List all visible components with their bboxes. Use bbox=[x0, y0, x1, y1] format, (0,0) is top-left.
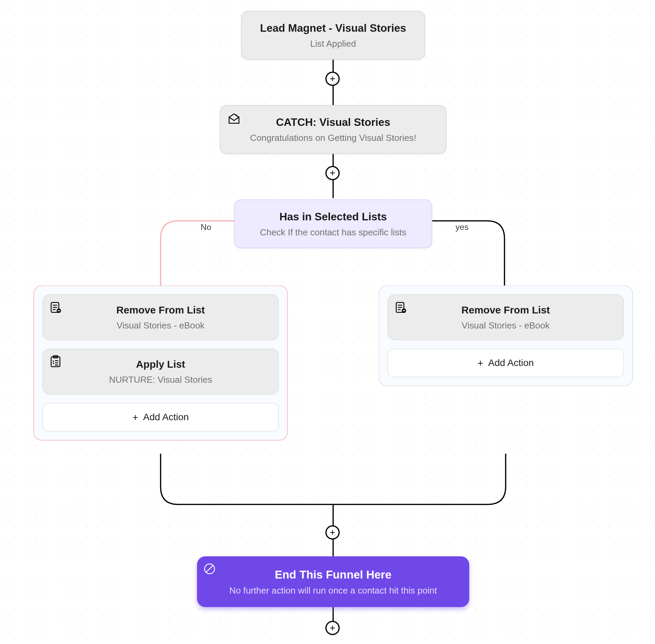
no-branch-container: Remove From List Visual Stories - eBook … bbox=[33, 286, 288, 441]
checklist-icon bbox=[49, 355, 62, 368]
list-remove-icon bbox=[394, 301, 407, 314]
action-subtitle: Visual Stories - eBook bbox=[55, 320, 266, 330]
add-step-button[interactable]: + bbox=[325, 525, 340, 540]
action-subtitle: Visual Stories - eBook bbox=[400, 320, 612, 330]
branch-label-no: No bbox=[201, 222, 211, 232]
action-title: Remove From List bbox=[400, 305, 612, 317]
yes-branch-container: Remove From List Visual Stories - eBook … bbox=[379, 286, 633, 386]
action-subtitle: NURTURE: Visual Stories bbox=[55, 374, 266, 384]
add-action-button[interactable]: + Add Action bbox=[388, 349, 624, 377]
trigger-node[interactable]: Lead Magnet - Visual Stories List Applie… bbox=[241, 11, 425, 60]
email-node[interactable]: CATCH: Visual Stories Congratulations on… bbox=[220, 105, 447, 154]
add-action-label: Add Action bbox=[143, 412, 189, 423]
action-title: Remove From List bbox=[55, 305, 266, 317]
node-subtitle: List Applied bbox=[259, 38, 408, 48]
action-card-apply-list[interactable]: Apply List NURTURE: Visual Stories bbox=[42, 349, 279, 395]
add-action-label: Add Action bbox=[488, 357, 534, 368]
node-subtitle: Check If the contact has specific lists bbox=[251, 227, 415, 237]
envelope-edit-icon bbox=[228, 113, 241, 126]
condition-node[interactable]: Has in Selected Lists Check If the conta… bbox=[234, 200, 432, 249]
add-step-button[interactable]: + bbox=[325, 72, 340, 86]
node-subtitle: Congratulations on Getting Visual Storie… bbox=[237, 133, 430, 143]
add-step-button[interactable]: + bbox=[325, 621, 340, 635]
node-title: CATCH: Visual Stories bbox=[237, 116, 430, 129]
list-remove-icon bbox=[49, 301, 62, 314]
plus-icon: + bbox=[478, 358, 483, 368]
svg-line-22 bbox=[206, 566, 213, 572]
action-card-remove-list[interactable]: Remove From List Visual Stories - eBook bbox=[42, 294, 279, 340]
plus-icon: + bbox=[132, 412, 138, 422]
end-node[interactable]: End This Funnel Here No further action w… bbox=[197, 556, 469, 607]
node-title: Has in Selected Lists bbox=[251, 211, 415, 223]
action-card-remove-list[interactable]: Remove From List Visual Stories - eBook bbox=[388, 294, 624, 340]
node-title: Lead Magnet - Visual Stories bbox=[259, 22, 408, 35]
add-step-button[interactable]: + bbox=[325, 166, 340, 180]
stop-icon bbox=[203, 562, 216, 576]
node-title: End This Funnel Here bbox=[214, 568, 453, 582]
node-subtitle: No further action will run once a contac… bbox=[214, 585, 453, 595]
add-action-button[interactable]: + Add Action bbox=[42, 403, 279, 431]
branch-label-yes: yes bbox=[455, 222, 468, 232]
action-title: Apply List bbox=[55, 359, 266, 371]
